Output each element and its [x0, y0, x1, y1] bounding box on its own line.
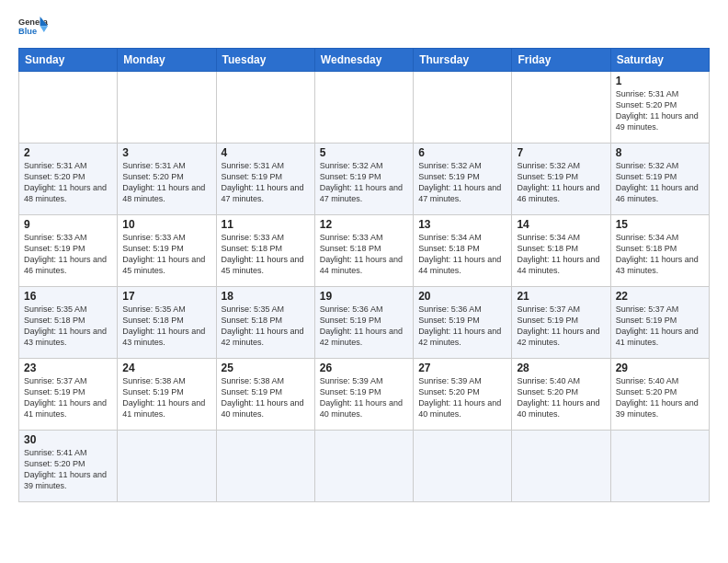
- calendar-cell: 9Sunrise: 5:33 AM Sunset: 5:19 PM Daylig…: [19, 215, 118, 287]
- calendar-cell: 19Sunrise: 5:36 AM Sunset: 5:19 PM Dayli…: [314, 287, 413, 359]
- calendar-week-3: 9Sunrise: 5:33 AM Sunset: 5:19 PM Daylig…: [19, 215, 710, 287]
- calendar-cell: 15Sunrise: 5:34 AM Sunset: 5:18 PM Dayli…: [610, 215, 709, 287]
- day-info: Sunrise: 5:31 AM Sunset: 5:20 PM Dayligh…: [24, 160, 112, 205]
- day-number: 26: [320, 362, 408, 374]
- calendar-cell: 14Sunrise: 5:34 AM Sunset: 5:18 PM Dayli…: [512, 215, 610, 287]
- day-info: Sunrise: 5:32 AM Sunset: 5:19 PM Dayligh…: [418, 160, 506, 205]
- day-number: 30: [24, 433, 112, 446]
- day-info: Sunrise: 5:31 AM Sunset: 5:19 PM Dayligh…: [222, 160, 310, 205]
- day-info: Sunrise: 5:39 AM Sunset: 5:19 PM Dayligh…: [320, 375, 408, 420]
- calendar-cell: 25Sunrise: 5:38 AM Sunset: 5:19 PM Dayli…: [216, 359, 314, 431]
- day-info: Sunrise: 5:37 AM Sunset: 5:19 PM Dayligh…: [616, 304, 704, 349]
- generalblue-logo-icon: General Blue: [18, 15, 48, 39]
- day-number: 13: [418, 218, 506, 231]
- calendar-cell: [216, 431, 314, 502]
- calendar-cell: [314, 431, 413, 502]
- calendar-week-5: 23Sunrise: 5:37 AM Sunset: 5:19 PM Dayli…: [19, 359, 710, 431]
- weekday-header-row: SundayMondayTuesdayWednesdayThursdayFrid…: [19, 49, 710, 72]
- calendar-cell: [19, 72, 118, 144]
- calendar-cell: 4Sunrise: 5:31 AM Sunset: 5:19 PM Daylig…: [216, 144, 314, 215]
- day-number: 21: [517, 290, 605, 303]
- calendar-week-4: 16Sunrise: 5:35 AM Sunset: 5:18 PM Dayli…: [19, 287, 710, 359]
- calendar-cell: [216, 72, 314, 144]
- calendar-cell: [414, 431, 512, 502]
- day-number: 29: [616, 362, 704, 374]
- day-number: 5: [320, 146, 408, 159]
- day-number: 23: [24, 362, 112, 374]
- calendar-cell: 23Sunrise: 5:37 AM Sunset: 5:19 PM Dayli…: [19, 359, 118, 431]
- day-number: 8: [616, 146, 704, 159]
- calendar-cell: [512, 431, 610, 502]
- day-info: Sunrise: 5:34 AM Sunset: 5:18 PM Dayligh…: [517, 232, 605, 277]
- svg-text:Blue: Blue: [18, 27, 37, 36]
- day-info: Sunrise: 5:38 AM Sunset: 5:19 PM Dayligh…: [222, 375, 310, 420]
- day-info: Sunrise: 5:31 AM Sunset: 5:20 PM Dayligh…: [122, 160, 210, 205]
- day-info: Sunrise: 5:33 AM Sunset: 5:18 PM Dayligh…: [320, 232, 408, 277]
- day-number: 16: [24, 290, 112, 303]
- weekday-header-friday: Friday: [512, 49, 610, 72]
- day-number: 4: [222, 146, 310, 159]
- day-info: Sunrise: 5:39 AM Sunset: 5:20 PM Dayligh…: [418, 375, 506, 420]
- calendar-week-2: 2Sunrise: 5:31 AM Sunset: 5:20 PM Daylig…: [19, 144, 710, 215]
- calendar-cell: [118, 431, 216, 502]
- calendar-cell: 3Sunrise: 5:31 AM Sunset: 5:20 PM Daylig…: [118, 144, 216, 215]
- day-info: Sunrise: 5:32 AM Sunset: 5:19 PM Dayligh…: [517, 160, 605, 205]
- day-number: 27: [418, 362, 506, 374]
- day-info: Sunrise: 5:36 AM Sunset: 5:19 PM Dayligh…: [418, 304, 506, 349]
- weekday-header-wednesday: Wednesday: [314, 49, 413, 72]
- day-info: Sunrise: 5:35 AM Sunset: 5:18 PM Dayligh…: [222, 304, 310, 349]
- day-number: 14: [517, 218, 605, 231]
- calendar-cell: 1Sunrise: 5:31 AM Sunset: 5:20 PM Daylig…: [610, 72, 709, 144]
- day-number: 28: [517, 362, 605, 374]
- calendar-cell: 12Sunrise: 5:33 AM Sunset: 5:18 PM Dayli…: [314, 215, 413, 287]
- day-info: Sunrise: 5:34 AM Sunset: 5:18 PM Dayligh…: [616, 232, 704, 277]
- day-number: 18: [222, 290, 310, 303]
- day-number: 19: [320, 290, 408, 303]
- calendar-cell: 29Sunrise: 5:40 AM Sunset: 5:20 PM Dayli…: [610, 359, 709, 431]
- calendar-cell: 2Sunrise: 5:31 AM Sunset: 5:20 PM Daylig…: [19, 144, 118, 215]
- weekday-header-tuesday: Tuesday: [216, 49, 314, 72]
- calendar-cell: 11Sunrise: 5:33 AM Sunset: 5:18 PM Dayli…: [216, 215, 314, 287]
- day-number: 2: [24, 146, 112, 159]
- day-number: 22: [616, 290, 704, 303]
- day-number: 15: [616, 218, 704, 231]
- day-info: Sunrise: 5:37 AM Sunset: 5:19 PM Dayligh…: [517, 304, 605, 349]
- calendar-cell: [610, 431, 709, 502]
- weekday-header-monday: Monday: [118, 49, 216, 72]
- day-info: Sunrise: 5:40 AM Sunset: 5:20 PM Dayligh…: [616, 375, 704, 420]
- calendar-cell: 28Sunrise: 5:40 AM Sunset: 5:20 PM Dayli…: [512, 359, 610, 431]
- day-number: 1: [616, 75, 704, 87]
- calendar-cell: 30Sunrise: 5:41 AM Sunset: 5:20 PM Dayli…: [19, 431, 118, 502]
- calendar-cell: 16Sunrise: 5:35 AM Sunset: 5:18 PM Dayli…: [19, 287, 118, 359]
- day-info: Sunrise: 5:33 AM Sunset: 5:19 PM Dayligh…: [122, 232, 210, 277]
- calendar-cell: 13Sunrise: 5:34 AM Sunset: 5:18 PM Dayli…: [414, 215, 512, 287]
- calendar-week-6: 30Sunrise: 5:41 AM Sunset: 5:20 PM Dayli…: [19, 431, 710, 502]
- weekday-header-thursday: Thursday: [414, 49, 512, 72]
- calendar-cell: 17Sunrise: 5:35 AM Sunset: 5:18 PM Dayli…: [118, 287, 216, 359]
- day-number: 24: [122, 362, 210, 374]
- day-info: Sunrise: 5:36 AM Sunset: 5:19 PM Dayligh…: [320, 304, 408, 349]
- day-info: Sunrise: 5:35 AM Sunset: 5:18 PM Dayligh…: [122, 304, 210, 349]
- weekday-header-sunday: Sunday: [19, 49, 118, 72]
- day-number: 9: [24, 218, 112, 231]
- day-info: Sunrise: 5:35 AM Sunset: 5:18 PM Dayligh…: [24, 304, 112, 349]
- calendar-cell: 10Sunrise: 5:33 AM Sunset: 5:19 PM Dayli…: [118, 215, 216, 287]
- calendar-cell: [118, 72, 216, 144]
- day-info: Sunrise: 5:40 AM Sunset: 5:20 PM Dayligh…: [517, 375, 605, 420]
- day-info: Sunrise: 5:38 AM Sunset: 5:19 PM Dayligh…: [122, 375, 210, 420]
- day-number: 11: [222, 218, 310, 231]
- calendar: SundayMondayTuesdayWednesdayThursdayFrid…: [18, 48, 710, 502]
- day-number: 3: [122, 146, 210, 159]
- day-info: Sunrise: 5:32 AM Sunset: 5:19 PM Dayligh…: [616, 160, 704, 205]
- day-number: 7: [517, 146, 605, 159]
- calendar-cell: 21Sunrise: 5:37 AM Sunset: 5:19 PM Dayli…: [512, 287, 610, 359]
- calendar-cell: 7Sunrise: 5:32 AM Sunset: 5:19 PM Daylig…: [512, 144, 610, 215]
- calendar-cell: 22Sunrise: 5:37 AM Sunset: 5:19 PM Dayli…: [610, 287, 709, 359]
- day-info: Sunrise: 5:34 AM Sunset: 5:18 PM Dayligh…: [418, 232, 506, 277]
- day-number: 25: [222, 362, 310, 374]
- day-number: 17: [122, 290, 210, 303]
- svg-marker-3: [40, 26, 48, 32]
- header: General Blue: [18, 15, 710, 39]
- day-number: 10: [122, 218, 210, 231]
- weekday-header-saturday: Saturday: [610, 49, 709, 72]
